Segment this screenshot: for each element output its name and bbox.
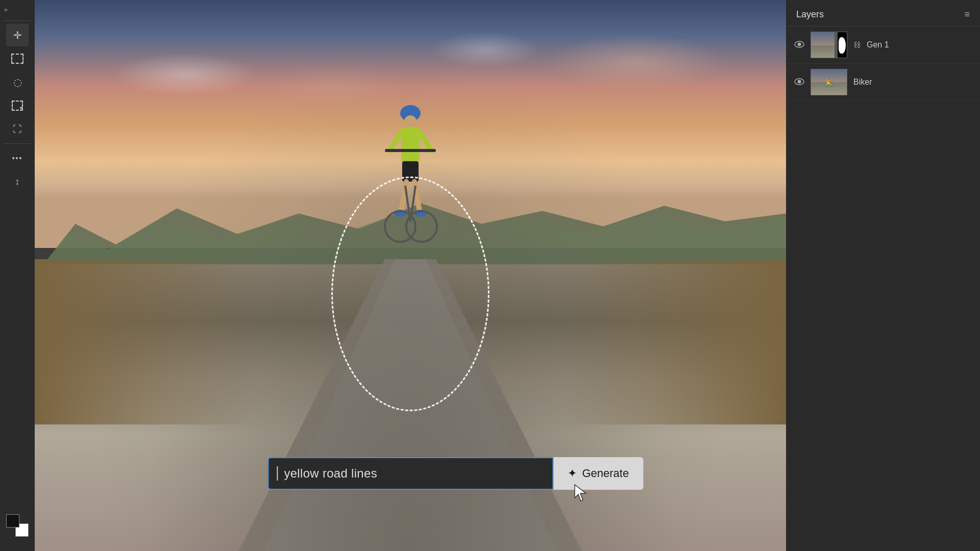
magic-select-icon: ✦ <box>12 101 23 111</box>
layers-empty-area <box>786 101 980 551</box>
move-icon: ✛ <box>13 29 22 41</box>
layer-name-biker: Biker <box>853 78 872 87</box>
layer-visibility-biker[interactable] <box>794 77 804 88</box>
marquee-icon <box>11 54 23 64</box>
svg-point-21 <box>798 42 801 46</box>
lasso-tool[interactable]: ◌ <box>6 71 29 93</box>
svg-marker-3 <box>257 259 564 551</box>
crop-icon: ⛶ <box>13 124 22 135</box>
svg-point-5 <box>404 115 416 128</box>
prompt-input-wrapper[interactable]: yellow road lines <box>267 457 553 490</box>
mask-shape <box>839 37 846 54</box>
prompt-text: yellow road lines <box>284 466 377 481</box>
layer-thumbnail-biker: 🚴 <box>811 69 847 95</box>
link-icon: ⛓ <box>853 41 861 49</box>
dots-tool[interactable]: ••• <box>6 147 29 169</box>
prompt-bar: yellow road lines ✦ Generate <box>267 457 643 490</box>
layer-item-gen1[interactable]: ⛓ Gen 1 <box>786 27 980 64</box>
generate-icon: ✦ <box>568 467 577 480</box>
layers-title: Layers <box>796 9 824 20</box>
toolbar-divider-2 <box>4 143 31 144</box>
layer-name-gen1: Gen 1 <box>867 40 889 49</box>
toolbar: » ✛ ◌ ✦ ⛶ ••• ↕ <box>0 0 35 551</box>
color-swatches[interactable] <box>6 514 29 537</box>
generate-label: Generate <box>582 467 629 480</box>
magic-select-tool[interactable]: ✦ <box>6 94 29 117</box>
dots-icon: ••• <box>12 154 23 162</box>
generate-button[interactable]: ✦ Generate <box>553 457 643 490</box>
layer-visibility-gen1[interactable] <box>794 40 804 51</box>
lasso-icon: ◌ <box>13 76 22 88</box>
svg-rect-9 <box>385 149 436 152</box>
marquee-tool[interactable] <box>6 47 29 70</box>
move-tool[interactable]: ✛ <box>6 24 29 46</box>
layers-header: Layers ≡ <box>786 0 980 27</box>
svg-rect-10 <box>402 161 419 182</box>
layer-item-biker[interactable]: 🚴 Biker <box>786 64 980 101</box>
svg-rect-6 <box>401 127 420 163</box>
layers-menu-icon[interactable]: ≡ <box>964 9 970 20</box>
layer-thumbnail-gen1 <box>811 32 847 58</box>
toolbar-divider <box>4 20 31 21</box>
toolbar-collapse[interactable]: » <box>0 4 35 15</box>
svg-line-7 <box>390 132 401 150</box>
canvas-area: yellow road lines ✦ Generate <box>35 0 786 551</box>
road <box>232 259 589 551</box>
svg-point-23 <box>798 80 801 83</box>
biker-figure <box>380 99 441 252</box>
collapse-icon: » <box>4 6 8 13</box>
layers-panel: Layers ≡ ⛓ Gen 1 <box>786 0 980 551</box>
fg-color-swatch[interactable] <box>6 514 19 528</box>
text-cursor <box>277 466 278 481</box>
transform-tool[interactable]: ↕ <box>6 170 29 193</box>
crop-tool[interactable]: ⛶ <box>6 118 29 140</box>
svg-line-8 <box>420 132 431 150</box>
transform-icon: ↕ <box>15 177 20 187</box>
